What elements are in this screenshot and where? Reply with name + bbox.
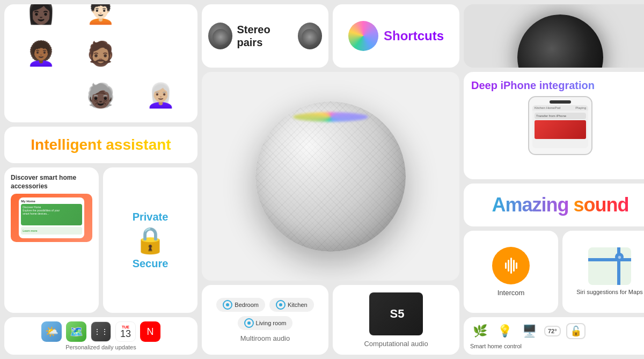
intercom-circle — [492, 247, 530, 284]
smarthome-icons-row: 🌿 💡 🖥️ 72° 🔓 — [470, 321, 644, 341]
shortcuts-label: Shortcuts — [384, 28, 444, 43]
smarthome-label: Smart home control — [470, 343, 644, 349]
intercom-label: Intercom — [497, 289, 525, 297]
private-label: Private — [133, 211, 169, 223]
s5-chip: S5 — [369, 292, 423, 335]
multiroom-rooms: Bedroom Kitchen Living room — [207, 298, 323, 330]
room-kitchen-label: Kitchen — [288, 302, 308, 308]
shortcuts-card: Shortcuts — [333, 4, 459, 68]
amazing-sound-card: Amazing sound — [464, 184, 644, 226]
iphone-notch — [550, 100, 571, 104]
home-app-text: Discover HomeExplore the possibilities o… — [23, 206, 80, 215]
iphone-status-bar: Kitchen HomePod Playing — [532, 105, 588, 111]
homepod-mini-right — [298, 23, 322, 49]
wave-4 — [513, 260, 515, 272]
lock-badge: 🔓 — [566, 323, 586, 339]
computational-label: Computational audio — [364, 340, 428, 348]
transfer-text: Transfer from iPhone — [536, 114, 584, 118]
iphone-mockup: Kitchen HomePod Playing Transfer from iP… — [528, 96, 592, 155]
transfer-bar: Transfer from iPhone — [535, 113, 586, 119]
stereo-label: Stereo pairs — [237, 23, 293, 49]
temp-value: 72° — [548, 328, 557, 334]
secure-card: Private 🔒 Secure — [103, 167, 197, 313]
discover-title: Discover smart home accessories — [11, 174, 92, 191]
multiroom-label: Multiroom audio — [240, 334, 290, 342]
secure-label: Secure — [133, 258, 169, 270]
intelligent-card: Intelligent assistant — [4, 127, 197, 163]
room-living: Living room — [238, 316, 293, 330]
reminder-app-icon: ⋮⋮ — [91, 321, 111, 342]
discover-card: Discover smart home accessories My Home … — [4, 167, 99, 313]
wave-3 — [510, 258, 512, 274]
amazing-sound-text: Amazing sound — [492, 194, 628, 216]
deep-iphone-title: Deep iPhone integration — [471, 79, 644, 92]
multiroom-card: Bedroom Kitchen Living room Multiroom au… — [202, 285, 328, 355]
homepod-glow — [293, 112, 368, 122]
wave-2 — [508, 260, 509, 272]
wave-5 — [516, 262, 517, 269]
daily-label: Personalized daily updates — [65, 344, 136, 350]
homepod-body — [255, 101, 406, 252]
siri-maps-label: Siri suggestions for Maps — [576, 288, 643, 296]
monitor-icon: 🖥️ — [519, 321, 539, 341]
avatar-6: 👩🏼‍🦳 — [141, 76, 180, 115]
computational-card: S5 Computational audio — [333, 285, 459, 355]
amazing-word: Amazing — [492, 194, 568, 216]
avatar-2: 🧑🏻‍🦱 — [82, 4, 120, 31]
avatars-grid: 👩🏿 🧑🏻‍🦱 👩🏾‍🦱 🧔🏽 🧓🏿 👩🏼‍🦳 — [13, 4, 189, 115]
news-app-icon: N — [140, 321, 160, 342]
avatar-4: 🧔🏽 — [82, 34, 120, 73]
iphone-playing-label: Playing — [575, 106, 586, 109]
plant-icon: 🌿 — [470, 321, 489, 341]
maps-app-icon: 🗺️ — [66, 321, 86, 342]
daily-updates-card: 🌤️ 🗺️ ⋮⋮ TUE 13 N Personalized daily upd… — [4, 317, 197, 355]
homepod-main-card — [202, 72, 459, 281]
intercom-waves — [505, 258, 517, 274]
homepod-mini-left — [208, 23, 232, 49]
cal-day: 13 — [120, 329, 131, 339]
iphone-kitchen-label: Kitchen HomePod — [535, 106, 560, 109]
lock-icon: 🔒 — [134, 225, 166, 255]
sound-word: sound — [574, 194, 629, 216]
album-art — [535, 120, 586, 139]
room-living-label: Living room — [256, 320, 287, 326]
maps-pin-icon: ⊕ — [618, 255, 621, 260]
room-bedroom: Bedroom — [216, 298, 265, 312]
intercom-card: Intercom — [464, 231, 558, 313]
siri-orb — [348, 21, 378, 51]
room-kitchen: Kitchen — [269, 298, 314, 312]
stereo-card: Stereo pairs — [202, 4, 328, 68]
siri-maps-card: ⊕ Siri suggestions for Maps — [562, 231, 644, 313]
stereo-text: Stereo pairs — [237, 23, 293, 49]
iphone-content: Kitchen HomePod Playing Transfer from iP… — [532, 105, 588, 148]
intelligent-title: Intelligent assistant — [31, 136, 171, 153]
temp-badge: 72° — [544, 326, 561, 336]
avatar-1: 👩🏿 — [22, 4, 61, 31]
phone-mockup: My Home Discover HomeExplore the possibi… — [11, 194, 92, 242]
homepod-top-card — [464, 4, 644, 68]
homepod-top-view — [517, 14, 603, 68]
bulb-icon: 💡 — [495, 321, 514, 341]
weather-app-icon: 🌤️ — [41, 321, 62, 342]
homepod-main — [250, 96, 411, 257]
maps-visual: ⊕ — [588, 247, 631, 285]
homepod-mesh — [255, 101, 406, 252]
deep-iphone-card: Deep iPhone integration Kitchen HomePod … — [464, 72, 644, 179]
smarthome-card: 🌿 💡 🖥️ 72° 🔓 Smart home control — [464, 317, 644, 355]
wave-1 — [505, 262, 507, 269]
room-bedroom-label: Bedroom — [235, 302, 259, 308]
app-icons-row: 🌤️ 🗺️ ⋮⋮ TUE 13 N — [41, 321, 160, 342]
home-app-header: My Home — [21, 200, 82, 203]
s5-label: S5 — [390, 307, 405, 321]
voices-title: Recognizes multiple voices — [24, 120, 178, 122]
maps-road-h — [588, 258, 631, 261]
avatar-3: 👩🏾‍🦱 — [22, 34, 61, 73]
voices-card: 👩🏿 🧑🏻‍🦱 👩🏾‍🦱 🧔🏽 🧓🏿 👩🏼‍🦳 Recognizes multi… — [4, 4, 197, 122]
avatar-5: 🧓🏿 — [82, 76, 120, 115]
calendar-app-icon: TUE 13 — [115, 321, 136, 342]
